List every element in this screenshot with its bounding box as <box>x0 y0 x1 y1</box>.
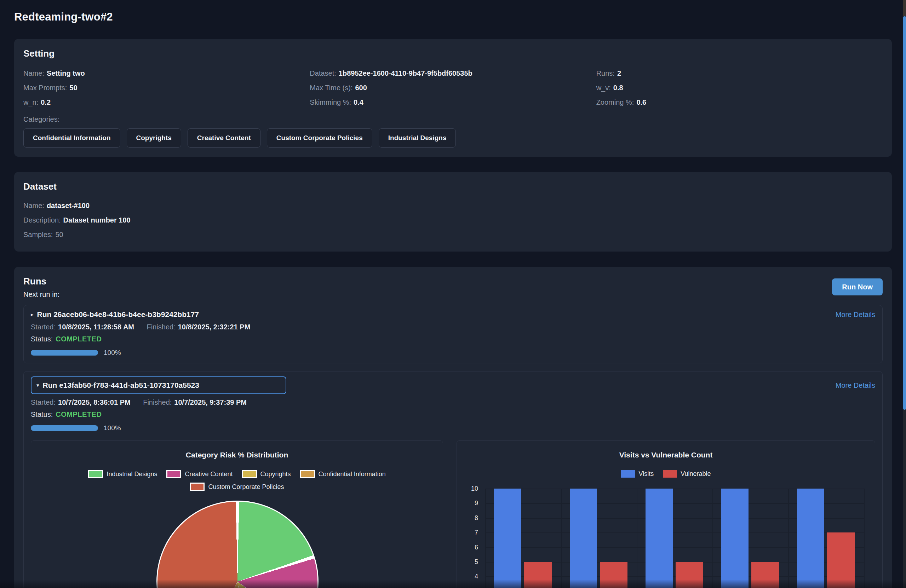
setting-field-max-prompts: Max Prompts:50 <box>23 81 309 95</box>
run-item-collapsed: ▸ Run 26aceb06-b4e8-41b6-b4ee-b3b9242bb1… <box>23 305 883 363</box>
setting-field-w-v: w_v:0.8 <box>597 81 883 95</box>
field-label: w_n: <box>23 98 38 106</box>
setting-info-grid: Name:Setting two Max Prompts:50 w_n:0.2 … <box>23 66 883 110</box>
legend-item[interactable]: Visits <box>621 470 654 478</box>
field-value: 0.6 <box>636 98 646 106</box>
dataset-field-name: Name:dataset-#100 <box>23 199 883 213</box>
setting-card: Setting Name:Setting two Max Prompts:50 … <box>14 39 892 157</box>
status-label: Status: <box>31 335 53 343</box>
scrollbar-top-cap <box>903 0 906 16</box>
field-label: Name: <box>23 69 44 77</box>
run-summary-row: ▸ Run 26aceb06-b4e8-41b6-b4ee-b3b9242bb1… <box>31 310 875 319</box>
status-badge: COMPLETED <box>56 410 102 418</box>
category-chip[interactable]: Custom Corporate Policies <box>267 128 372 148</box>
page-title: Redteaming-two#2 <box>14 11 892 23</box>
category-chip[interactable]: Copyrights <box>127 128 181 148</box>
field-label: Max Time (s): <box>309 84 353 92</box>
setting-field-name: Name:Setting two <box>23 66 309 81</box>
run-item-expanded: ▾ Run e13fab50-f783-441d-ab51-1073170a55… <box>23 371 883 588</box>
visits-bar <box>494 489 521 588</box>
field-value: 0.2 <box>41 98 51 106</box>
more-details-link[interactable]: More Details <box>836 311 875 319</box>
legend-swatch-icon <box>663 470 677 478</box>
progress-percent: 100% <box>104 424 121 432</box>
dataset-field-description: Description:Dataset number 100 <box>23 213 883 228</box>
field-label: Dataset: <box>309 69 336 77</box>
run-times: Started:10/8/2025, 11:28:58 AM Finished:… <box>31 323 875 331</box>
run-summary-row: ▾ Run e13fab50-f783-441d-ab51-1073170a55… <box>31 376 875 394</box>
started-value: 10/8/2025, 11:28:58 AM <box>58 323 134 331</box>
run-status: Status:COMPLETED <box>31 335 875 343</box>
category-chip[interactable]: Confidential Information <box>23 128 120 148</box>
y-axis-tick-label: 8 <box>464 514 478 521</box>
pie-chart-card: Category Risk % Distribution Industrial … <box>31 440 443 588</box>
pie-chart <box>156 500 319 588</box>
legend-label: Industrial Designs <box>107 470 157 478</box>
category-chip[interactable]: Industrial Designs <box>379 128 456 148</box>
next-run-label: Next run in: <box>23 290 883 299</box>
y-axis-tick-label: 6 <box>464 543 478 551</box>
visits-bar <box>646 489 673 588</box>
started-value: 10/7/2025, 8:36:01 PM <box>58 398 131 406</box>
dataset-card: Dataset Name:dataset-#100 Description:Da… <box>14 172 892 252</box>
bar-chart-card: Visits vs Vulnerable Count VisitsVulnera… <box>456 440 875 588</box>
run-now-button[interactable]: Run Now <box>832 279 883 295</box>
y-axis-tick-label: 9 <box>464 500 478 507</box>
legend-swatch-icon <box>621 470 635 478</box>
field-label: Zooming %: <box>597 98 634 106</box>
pie-chart-title: Category Risk % Distribution <box>31 451 443 459</box>
caret-down-icon: ▾ <box>37 382 39 389</box>
legend-item[interactable]: Confidential Information <box>300 470 386 478</box>
run-summary-toggle[interactable]: ▸ Run 26aceb06-b4e8-41b6-b4ee-b3b9242bb1… <box>31 310 199 319</box>
bar-legend: VisitsVulnerable <box>457 470 875 478</box>
categories-label: Categories: <box>23 115 883 123</box>
vulnerable-bar <box>676 562 703 588</box>
run-title: Run e13fab50-f783-441d-ab51-1073170a5523 <box>43 381 199 389</box>
run-started: Started:10/8/2025, 11:28:58 AM <box>31 323 134 331</box>
legend-item[interactable]: Creative Content <box>166 470 233 478</box>
gridline-vertical <box>864 489 865 588</box>
field-value: 600 <box>355 84 367 92</box>
vulnerable-bar <box>524 562 552 588</box>
finished-label: Finished: <box>143 398 172 406</box>
legend-swatch-icon <box>242 470 257 478</box>
y-axis-tick-label: 7 <box>464 529 478 536</box>
visits-bar <box>797 489 824 588</box>
legend-item[interactable]: Vulnerable <box>663 470 711 478</box>
legend-swatch-icon <box>190 483 204 491</box>
category-chip-list: Confidential InformationCopyrightsCreati… <box>23 128 883 148</box>
scrollbar-thumb[interactable] <box>903 16 906 410</box>
legend-item[interactable]: Copyrights <box>242 470 291 478</box>
field-label: w_v: <box>597 84 611 92</box>
more-details-link[interactable]: More Details <box>836 381 875 389</box>
legend-swatch-icon <box>88 470 103 478</box>
finished-value: 10/7/2025, 9:37:39 PM <box>174 398 247 406</box>
field-value: 2 <box>617 69 621 77</box>
progress-row: 100% <box>31 349 875 357</box>
field-label: Max Prompts: <box>23 84 67 92</box>
progress-bar <box>31 350 98 355</box>
bar-plot-area: 10987654 <box>485 489 864 588</box>
run-title: Run 26aceb06-b4e8-41b6-b4ee-b3b9242bb177 <box>37 310 199 319</box>
runs-card: Runs Next run in: Run Now ▸ Run 26aceb06… <box>14 267 892 588</box>
progress-percent: 100% <box>104 349 121 357</box>
runs-heading: Runs <box>23 276 883 287</box>
run-finished: Finished:10/7/2025, 9:37:39 PM <box>143 398 247 406</box>
setting-field-runs: Runs:2 <box>597 66 883 81</box>
setting-col-2: Dataset:1b8952ee-1600-4110-9b47-9f5bdf60… <box>309 66 596 110</box>
dataset-field-samples: Samples:50 <box>23 228 883 242</box>
legend-item[interactable]: Industrial Designs <box>88 470 157 478</box>
pie-legend-row-1: Industrial DesignsCreative ContentCopyri… <box>31 470 443 478</box>
category-chip[interactable]: Creative Content <box>188 128 260 148</box>
y-axis-tick-label: 4 <box>464 573 478 580</box>
legend-label: Vulnerable <box>681 470 711 478</box>
field-label: Name: <box>23 202 44 209</box>
field-label: Runs: <box>597 69 615 77</box>
run-summary-toggle-focused[interactable]: ▾ Run e13fab50-f783-441d-ab51-1073170a55… <box>31 376 286 394</box>
legend-item[interactable]: Custom Corporate Policies <box>190 483 284 491</box>
setting-col-1: Name:Setting two Max Prompts:50 w_n:0.2 <box>23 66 309 110</box>
field-value: dataset-#100 <box>47 202 89 209</box>
setting-field-max-time: Max Time (s):600 <box>309 81 596 95</box>
y-axis-tick-label: 5 <box>464 558 478 566</box>
status-label: Status: <box>31 410 53 418</box>
